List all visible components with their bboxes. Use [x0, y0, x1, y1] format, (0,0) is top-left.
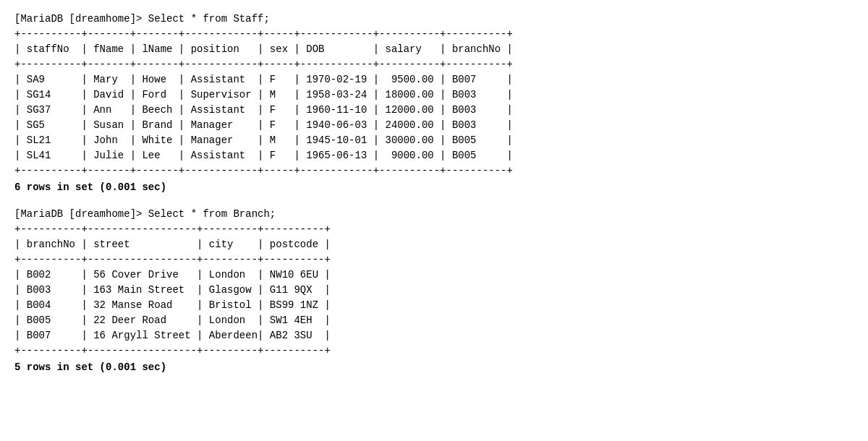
staff-prompt: [MariaDB [dreamhome]> Select * from Staf… [14, 12, 854, 27]
staff-sep-mid: +----------+-------+-------+------------… [14, 57, 854, 72]
staff-row-2: | SG37 | Ann | Beech | Assistant | F | 1… [14, 103, 854, 118]
staff-section: [MariaDB [dreamhome]> Select * from Staf… [14, 12, 854, 195]
branch-sep-top: +----------+------------------+---------… [14, 222, 854, 237]
staff-sep-top: +----------+-------+-------+------------… [14, 27, 854, 42]
branch-prompt: [MariaDB [dreamhome]> Select * from Bran… [14, 207, 854, 222]
branch-row-4: | B007 | 16 Argyll Street | Aberdeen| AB… [14, 328, 854, 343]
branch-section: [MariaDB [dreamhome]> Select * from Bran… [14, 207, 854, 375]
branch-sep-bot: +----------+------------------+---------… [14, 343, 854, 359]
staff-row-5: | SL41 | Julie | Lee | Assistant | F | 1… [14, 148, 854, 163]
branch-row-3: | B005 | 22 Deer Road | London | SW1 4EH… [14, 313, 854, 328]
staff-row-3: | SG5 | Susan | Brand | Manager | F | 19… [14, 118, 854, 133]
staff-header: | staffNo | fName | lName | position | s… [14, 42, 854, 57]
branch-result-info: 5 rows in set (0.001 sec) [14, 360, 854, 375]
branch-row-2: | B004 | 32 Manse Road | Bristol | BS99 … [14, 298, 854, 313]
staff-sep-bot: +----------+-------+-------+------------… [14, 163, 854, 179]
staff-row-4: | SL21 | John | White | Manager | M | 19… [14, 133, 854, 148]
staff-result-info: 6 rows in set (0.001 sec) [14, 180, 854, 195]
branch-row-1: | B003 | 163 Main Street | Glasgow | G11… [14, 283, 854, 298]
branch-row-0: | B002 | 56 Cover Drive | London | NW10 … [14, 267, 854, 283]
branch-header: | branchNo | street | city | postcode | [14, 237, 854, 252]
staff-row-0: | SA9 | Mary | Howe | Assistant | F | 19… [14, 72, 854, 87]
branch-sep-mid: +----------+------------------+---------… [14, 252, 854, 267]
staff-row-1: | SG14 | David | Ford | Supervisor | M |… [14, 87, 854, 103]
